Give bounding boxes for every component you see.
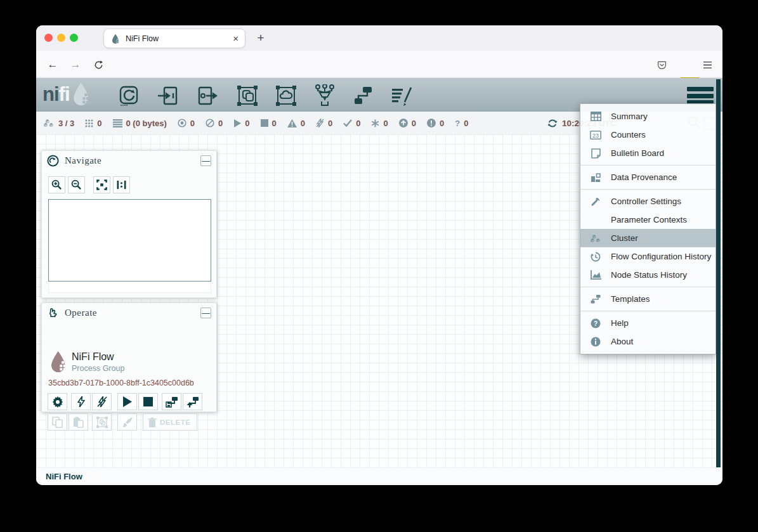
delete-button[interactable]: DELETE [143, 413, 197, 431]
gear-icon [52, 396, 63, 408]
breadcrumb-current[interactable]: NiFi Flow [46, 472, 82, 481]
delete-button-label: DELETE [160, 418, 190, 426]
minimap-footer [48, 283, 211, 293]
browser-navbar: ← → 192.168.40.11:8080/nifi/ local [36, 51, 722, 78]
processor-component-button[interactable] [116, 84, 141, 108]
menu-item-bulletin-board[interactable]: Bulletin Board [580, 144, 716, 162]
reload-button[interactable] [89, 56, 107, 74]
transmitting-status: 0 [178, 119, 195, 128]
process-group-icon [237, 85, 258, 107]
birdseye-minimap[interactable] [48, 199, 211, 282]
pocket-button[interactable] [653, 56, 670, 74]
process-group-component-button[interactable] [235, 84, 260, 108]
template-component-button[interactable] [351, 84, 376, 108]
paste-icon [73, 417, 84, 428]
vertical-scrollbar[interactable] [716, 79, 721, 467]
global-menu-button[interactable] [687, 87, 714, 105]
flow-configuration-history-icon [589, 252, 602, 262]
output-port-component-button[interactable] [195, 84, 220, 108]
queued-list-icon [113, 119, 122, 127]
disable-button[interactable] [92, 393, 112, 410]
output-port-icon [197, 85, 218, 107]
zoom-in-button[interactable] [48, 176, 65, 193]
start-button[interactable] [117, 393, 137, 410]
funnel-icon [314, 84, 336, 107]
browser-window: NiFi Flow × + ← → 192.168.40.11:8080/nif… [36, 25, 722, 485]
operate-panel: Operate — NiFi Flow Process Group 35cbd3… [41, 302, 217, 412]
breadcrumb-bar: NiFi Flow [36, 467, 722, 485]
copy-button[interactable] [48, 413, 67, 431]
reload-icon [94, 60, 103, 70]
template-icon [353, 85, 374, 107]
browser-hamburger-icon [703, 61, 712, 69]
navigate-toolbar [48, 176, 133, 193]
data-provenance-icon [589, 172, 602, 183]
start-play-icon [122, 396, 132, 407]
tab-close-icon[interactable]: × [233, 33, 239, 44]
operate-collapse-button[interactable]: — [200, 308, 211, 318]
menu-item-about[interactable]: About [580, 332, 716, 351]
configure-button[interactable] [48, 393, 67, 410]
label-icon [391, 85, 414, 107]
menu-item-templates[interactable]: Templates [580, 290, 716, 308]
node-status-history-icon [589, 270, 602, 280]
paste-button[interactable] [69, 413, 88, 431]
create-template-button[interactable] [162, 393, 181, 410]
enable-button[interactable] [71, 393, 91, 410]
back-button[interactable]: ← [44, 56, 62, 74]
minimize-window-button[interactable] [57, 34, 65, 42]
refresh-icon[interactable] [547, 119, 558, 128]
remote-process-group-component-button[interactable] [273, 84, 299, 108]
selection-id[interactable]: 35cbd3b7-017b-1000-8bff-1c3405c00d6b [48, 379, 194, 387]
menu-item-counters[interactable]: 23 Counters [580, 126, 716, 144]
nifi-logo-fi: fi [59, 83, 70, 106]
menu-item-parameter-contexts[interactable]: Parameter Contexts [580, 211, 716, 229]
new-tab-button[interactable]: + [252, 29, 270, 47]
menu-item-cluster[interactable]: Cluster [580, 229, 716, 247]
nifi-logo: nifi [42, 82, 93, 107]
fill-color-button[interactable] [117, 413, 137, 431]
menu-divider [580, 165, 716, 165]
screenshot-root: NiFi Flow × + ← → 192.168.40.11:8080/nif… [0, 0, 758, 532]
stop-button[interactable] [138, 393, 158, 410]
menu-divider [580, 311, 716, 311]
browser-menu-button[interactable] [698, 56, 716, 74]
transmitting-icon [178, 119, 186, 127]
zoom-actual-size-button[interactable] [113, 176, 130, 193]
forward-button[interactable]: → [67, 56, 84, 74]
summary-icon [589, 112, 602, 121]
navigate-panel-header[interactable]: Navigate — [42, 151, 216, 170]
upload-template-button[interactable] [183, 393, 202, 410]
running-play-icon [233, 119, 241, 127]
zoom-window-button[interactable] [70, 34, 78, 42]
stale-arrow-icon [399, 119, 408, 127]
menu-item-summary[interactable]: Summary [580, 107, 716, 126]
operate-hand-icon [47, 307, 59, 319]
tab-title: NiFi Flow [126, 34, 229, 43]
label-component-button[interactable] [389, 84, 415, 108]
input-port-component-button[interactable] [155, 84, 181, 108]
browser-tab[interactable]: NiFi Flow × [103, 29, 245, 48]
navigate-panel: Navigate — [41, 150, 217, 298]
bulletin-board-icon [589, 148, 602, 159]
queued-status: 0 (0 bytes) [113, 119, 167, 128]
menu-divider [580, 189, 716, 190]
navigate-collapse-button[interactable]: — [200, 155, 211, 166]
menu-item-data-provenance[interactable]: Data Provenance [580, 168, 716, 186]
menu-item-controller-settings[interactable]: Controller Settings [580, 192, 716, 211]
svg-text:23: 23 [592, 132, 599, 138]
one-to-one-icon [116, 179, 127, 190]
funnel-component-button[interactable] [312, 84, 337, 108]
process-group-drop-icon [49, 349, 69, 375]
navigate-panel-title: Navigate [65, 155, 200, 166]
group-button[interactable] [92, 413, 112, 431]
enable-bolt-icon [77, 396, 85, 407]
tab-strip: NiFi Flow × + [36, 25, 722, 51]
zoom-fit-button[interactable] [93, 176, 110, 193]
menu-item-node-status-history[interactable]: Node Status History [580, 266, 716, 284]
menu-item-flow-configuration-history[interactable]: Flow Configuration History [580, 247, 716, 266]
menu-item-help[interactable]: ? Help [580, 314, 716, 332]
close-window-button[interactable] [44, 34, 53, 42]
operate-panel-header[interactable]: Operate — [42, 303, 216, 322]
zoom-out-button[interactable] [68, 176, 85, 193]
